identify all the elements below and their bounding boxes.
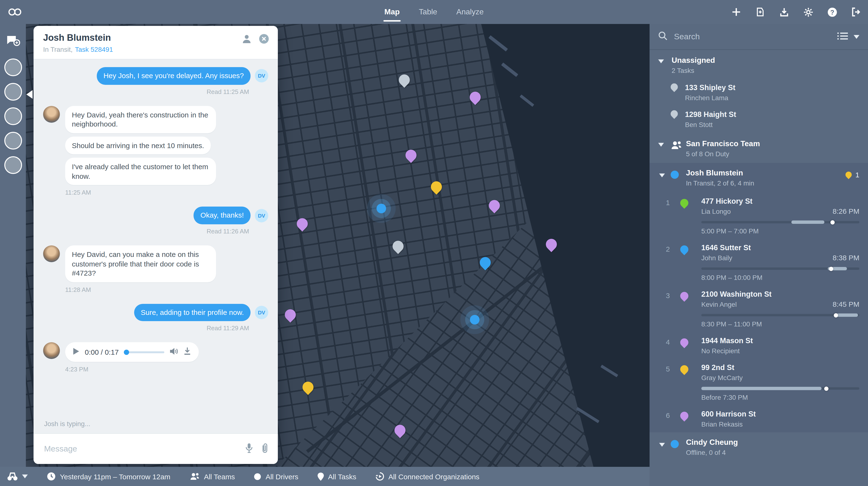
app-logo-infinity-icon[interactable] xyxy=(8,7,22,17)
driver-status-dot xyxy=(671,440,679,448)
task-time-slider-range[interactable] xyxy=(701,387,822,390)
task-time-slider-knob[interactable] xyxy=(834,313,838,317)
filter-organizations[interactable]: All Connected Organizations xyxy=(375,472,479,481)
tab-table[interactable]: Table xyxy=(418,0,438,24)
message-input[interactable] xyxy=(43,444,237,454)
view-list-icon[interactable] xyxy=(837,31,848,42)
driver-status-dot xyxy=(671,171,679,179)
chat-driver-status: In Transit,Task 528491 xyxy=(43,45,268,53)
driver-task-row[interactable]: 32100 Washington StKevin Angel8:45 PM8:3… xyxy=(650,286,868,332)
driver-task-row[interactable]: 6600 Harrison StBrian Rekasis xyxy=(650,405,868,432)
task-eta: 8:38 PM xyxy=(833,253,859,262)
filter-label: All Teams xyxy=(204,472,235,481)
collapse-caret-icon[interactable] xyxy=(659,174,665,177)
attach-file-icon[interactable] xyxy=(261,443,268,455)
audio-volume-icon[interactable] xyxy=(169,347,178,357)
main-view-tabs: Map Table Analyze xyxy=(383,0,485,24)
task-eta: 8:26 PM xyxy=(833,207,859,215)
tab-analyze[interactable]: Analyze xyxy=(455,0,485,24)
dispatcher-avatar-badge: DV xyxy=(255,69,268,83)
new-conversation-icon[interactable] xyxy=(6,34,20,49)
driver-task-row[interactable]: 599 2nd StGray McCartyBefore 7:30 PM xyxy=(650,359,868,405)
outgoing-message: Okay, thanks! DV xyxy=(43,207,268,224)
message-bubble: Hey David, can you make a note on this c… xyxy=(65,245,216,282)
driver-conversation-avatar[interactable] xyxy=(4,58,22,76)
task-address: 600 Harrison St xyxy=(701,410,859,418)
task-time-slider[interactable] xyxy=(701,314,859,316)
view-options-caret-icon[interactable] xyxy=(854,35,859,38)
driver-location-dot[interactable] xyxy=(470,315,479,325)
filter-label: All Drivers xyxy=(266,472,299,481)
filter-tasks[interactable]: All Tasks xyxy=(318,472,356,481)
audio-seek-knob[interactable] xyxy=(124,350,129,355)
task-time-window: 5:00 PM – 7:00 PM xyxy=(701,227,859,235)
filter-label: Yesterday 11pm – Tomorrow 12am xyxy=(60,472,170,481)
sign-out-icon[interactable] xyxy=(851,7,861,17)
incoming-message-group: Hey David, yeah there's construction in … xyxy=(43,106,268,185)
task-time-slider-range[interactable] xyxy=(792,220,825,224)
task-time-slider-knob[interactable] xyxy=(829,267,833,271)
collapse-caret-icon[interactable] xyxy=(659,443,665,447)
section-title: Unassigned xyxy=(672,56,859,65)
help-icon[interactable]: ? xyxy=(827,7,837,17)
driver-location-dot[interactable] xyxy=(376,204,386,213)
task-time-slider-knob[interactable] xyxy=(824,386,828,391)
chat-message-list[interactable]: Hey Josh, I see you're delayed. Any issu… xyxy=(34,59,278,433)
driver-row-cindy[interactable]: Cindy Cheung Offline, 0 of 4 xyxy=(650,432,868,462)
filter-date-range[interactable]: Yesterday 11pm – Tomorrow 12am xyxy=(47,472,170,481)
unassigned-section-header[interactable]: Unassigned 2 Tasks xyxy=(650,50,868,80)
unassigned-task-row[interactable]: 133 Shipley St Rinchen Lama xyxy=(650,80,868,107)
task-address: 133 Shipley St xyxy=(685,83,735,92)
task-link[interactable]: Task 528491 xyxy=(75,45,113,53)
task-address: 477 Hickory St xyxy=(701,197,859,206)
driver-task-row[interactable]: 21646 Sutter StJohn Baily8:38 PM8:00 PM … xyxy=(650,239,868,286)
task-pin-icon xyxy=(669,109,679,119)
task-recipient: Ben Stott xyxy=(685,121,736,128)
audio-play-icon[interactable] xyxy=(73,347,80,357)
close-chat-icon[interactable] xyxy=(259,34,269,46)
driver-task-row[interactable]: 1477 Hickory StLia Longo8:26 PM5:00 PM –… xyxy=(650,193,868,239)
task-time-slider-knob[interactable] xyxy=(830,220,835,224)
record-voice-icon[interactable] xyxy=(245,443,253,455)
driver-conversation-avatar[interactable] xyxy=(4,156,22,174)
filter-bar: Yesterday 11pm – Tomorrow 12am All Teams… xyxy=(0,467,650,486)
audio-download-icon[interactable] xyxy=(183,347,191,357)
task-time-slider[interactable] xyxy=(701,221,859,223)
filter-teams[interactable]: All Teams xyxy=(189,472,235,481)
lookup-binoculars-control[interactable] xyxy=(7,472,28,481)
dispatcher-avatar-badge: DV xyxy=(255,209,268,222)
collapse-caret-icon[interactable] xyxy=(658,59,664,63)
driver-expanded-block: Josh Blumstein In Transit, 2 of 6, 4 min… xyxy=(650,163,868,432)
task-time-slider[interactable] xyxy=(701,268,859,270)
driver-row-josh[interactable]: Josh Blumstein In Transit, 2 of 6, 4 min… xyxy=(650,163,868,193)
tab-map[interactable]: Map xyxy=(383,0,401,24)
search-input[interactable] xyxy=(673,31,832,42)
driver-avatar xyxy=(43,106,60,123)
add-task-icon[interactable] xyxy=(731,7,742,17)
top-action-icons: ? xyxy=(731,0,861,24)
top-bar: Map Table Analyze ? xyxy=(0,0,868,24)
task-pin-icon xyxy=(679,337,690,348)
collapse-caret-icon[interactable] xyxy=(658,143,664,147)
driver-task-row[interactable]: 41944 Mason StNo Recipient xyxy=(650,332,868,359)
driver-profile-icon[interactable] xyxy=(242,34,252,46)
filter-label: All Connected Organizations xyxy=(388,472,479,481)
team-section-header[interactable]: San Francisco Team 5 of 8 On Duty xyxy=(650,133,868,163)
export-download-icon[interactable] xyxy=(779,7,789,17)
driver-conversation-avatar[interactable] xyxy=(4,132,22,150)
message-bubble: Okay, thanks! xyxy=(194,207,251,224)
filter-drivers[interactable]: All Drivers xyxy=(254,472,299,481)
audio-seek-slider[interactable] xyxy=(124,351,164,353)
message-timestamp: 11:28 AM xyxy=(65,286,268,293)
unassigned-task-row[interactable]: 1298 Haight St Ben Stott xyxy=(650,107,868,133)
task-time-slider[interactable] xyxy=(701,387,859,390)
task-recipient: Kevin Angel xyxy=(701,301,737,308)
task-pin-icon xyxy=(679,197,690,209)
driver-conversation-avatar-active[interactable] xyxy=(4,83,22,101)
import-tasks-icon[interactable] xyxy=(755,7,766,17)
task-pin-icon xyxy=(679,244,690,255)
message-bubble: Hey David, yeah there's construction in … xyxy=(65,106,216,133)
lookup-caret-icon[interactable] xyxy=(22,475,28,478)
settings-gear-icon[interactable] xyxy=(803,7,813,17)
driver-conversation-avatar[interactable] xyxy=(4,108,22,125)
